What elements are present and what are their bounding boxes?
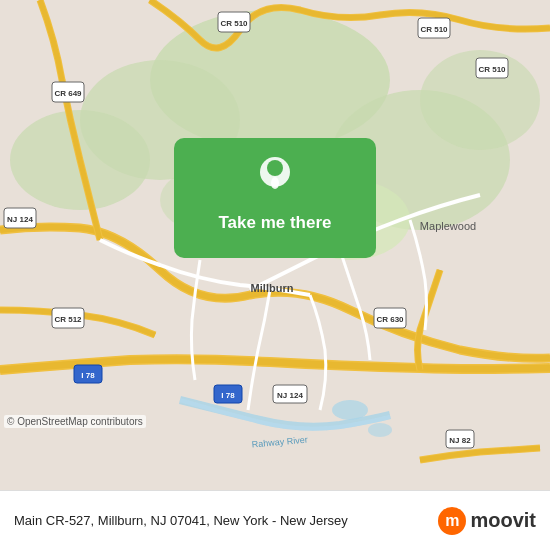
svg-text:I 78: I 78 (221, 391, 235, 400)
svg-point-8 (332, 400, 368, 420)
svg-text:CR 510: CR 510 (420, 25, 448, 34)
moovit-m-icon: m (438, 507, 466, 535)
svg-text:CR 510: CR 510 (220, 19, 248, 28)
svg-point-9 (368, 423, 392, 437)
address-text: Main CR-527, Millburn, NJ 07041, New Yor… (14, 513, 438, 528)
svg-text:CR 649: CR 649 (54, 89, 82, 98)
svg-rect-35 (174, 138, 376, 258)
svg-text:CR 512: CR 512 (54, 315, 82, 324)
bottom-bar: Main CR-527, Millburn, NJ 07041, New Yor… (0, 490, 550, 550)
svg-text:NJ 124: NJ 124 (277, 391, 303, 400)
svg-text:Maplewood: Maplewood (420, 220, 476, 232)
svg-text:NJ 124: NJ 124 (7, 215, 33, 224)
osm-credit-text: © OpenStreetMap contributors (7, 416, 143, 427)
svg-text:I 78: I 78 (81, 371, 95, 380)
svg-text:Take me there: Take me there (218, 213, 331, 232)
svg-text:Millburn: Millburn (251, 282, 294, 294)
moovit-logo-text: moovit (470, 509, 536, 532)
svg-text:CR 510: CR 510 (478, 65, 506, 74)
svg-point-38 (271, 177, 279, 189)
svg-point-37 (267, 160, 283, 176)
moovit-logo: m moovit (438, 507, 536, 535)
osm-credit: © OpenStreetMap contributors (4, 415, 146, 428)
svg-text:CR 630: CR 630 (376, 315, 404, 324)
svg-text:NJ 82: NJ 82 (449, 436, 471, 445)
moovit-m-letter: m (445, 512, 459, 530)
map-container: CR 510 CR 510 CR 510 CR 649 NJ 124 CR 51… (0, 0, 550, 490)
